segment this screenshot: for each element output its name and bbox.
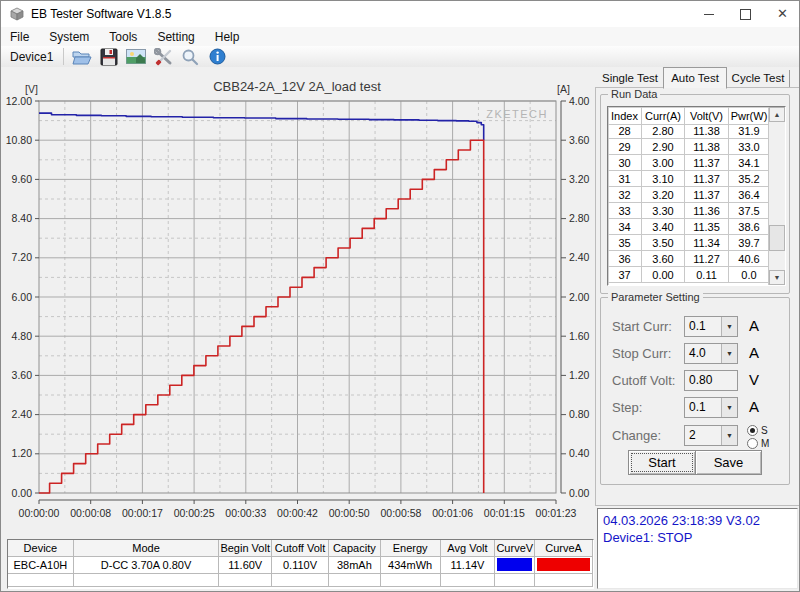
run-data-table[interactable]: IndexCurr(A)Volt(V)Pwr(W) 282.8011.3831.… <box>607 106 786 286</box>
run-data-cell: 0.00 <box>642 267 685 283</box>
run-data-row[interactable]: 343.4011.3538.6 <box>608 219 785 235</box>
tools-icon[interactable] <box>151 47 175 67</box>
menu-help[interactable]: Help <box>205 30 250 44</box>
menu-file[interactable]: File <box>1 30 39 44</box>
summary-cell: 0.110V <box>272 557 329 574</box>
start-button[interactable]: Start <box>628 450 696 475</box>
stop-curr-label: Stop Curr: <box>612 346 671 361</box>
radio-seconds[interactable]: S <box>747 425 768 436</box>
summary-row: DeviceModeBegin VoltCutoff VoltCapacityE… <box>8 540 593 557</box>
stop-curr-combo[interactable]: 4.0 ▼ <box>684 343 738 364</box>
tab-auto-test[interactable]: Auto Test <box>663 67 727 89</box>
menu-setting[interactable]: Setting <box>147 30 204 44</box>
summary-cell <box>272 574 329 587</box>
cutoff-volt-input[interactable]: 0.80 <box>684 370 738 391</box>
svg-text:1.20: 1.20 <box>569 369 590 381</box>
run-data-group: Run Data IndexCurr(A)Volt(V)Pwr(W) 282.8… <box>600 94 790 294</box>
svg-text:0.40: 0.40 <box>569 447 590 459</box>
run-data-cell: 0.11 <box>685 267 729 283</box>
status-datetime: 04.03.2026 23:18:39 V3.02 <box>603 512 797 529</box>
summary-cell: Device <box>8 540 74 557</box>
svg-text:00:01:23: 00:01:23 <box>536 507 577 519</box>
save-icon[interactable] <box>97 47 121 67</box>
run-data-row[interactable]: 363.6011.2740.6 <box>608 251 785 267</box>
toolbar: Device1 <box>1 46 800 68</box>
run-data-cell: 35.2 <box>729 171 769 187</box>
run-data-cell: 31 <box>608 171 642 187</box>
run-data-cell: 2.80 <box>642 123 685 139</box>
run-data-row[interactable]: 292.9011.3833.0 <box>608 139 785 155</box>
chevron-down-icon[interactable]: ▼ <box>721 426 737 445</box>
run-data-cell: 30 <box>608 155 642 171</box>
step-value: 0.1 <box>685 398 721 417</box>
menu-system[interactable]: System <box>39 30 99 44</box>
svg-text:2.00: 2.00 <box>569 291 590 303</box>
open-file-icon[interactable] <box>70 47 94 67</box>
run-data-cell: 11.35 <box>685 219 729 235</box>
summary-cell <box>8 574 74 587</box>
save-button[interactable]: Save <box>695 450 762 475</box>
title-bar: EB Tester Software V1.8.5 ✕ <box>1 1 800 27</box>
summary-cell <box>381 574 441 587</box>
summary-cell: Mode <box>74 540 220 557</box>
start-curr-combo[interactable]: 0.1 ▼ <box>684 316 738 337</box>
svg-text:0.00: 0.00 <box>12 487 33 499</box>
maximize-button[interactable] <box>727 1 764 27</box>
run-data-row[interactable]: 282.8011.3831.9 <box>608 123 785 139</box>
summary-cell: Begin Volt <box>219 540 272 557</box>
run-data-cell: 11.36 <box>685 203 729 219</box>
stop-curr-unit: A <box>749 344 759 361</box>
svg-text:0.80: 0.80 <box>569 408 590 420</box>
run-data-cell: 3.40 <box>642 219 685 235</box>
tab-cycle-test[interactable]: Cycle Test <box>727 70 790 87</box>
change-combo[interactable]: 2 ▼ <box>684 425 738 446</box>
summary-cell: 434mWh <box>381 557 441 574</box>
svg-text:4.80: 4.80 <box>12 330 33 342</box>
svg-text:3.60: 3.60 <box>12 369 33 381</box>
run-data-cell: 29 <box>608 139 642 155</box>
step-combo[interactable]: 0.1 ▼ <box>684 397 738 418</box>
svg-text:3.60: 3.60 <box>569 134 590 146</box>
svg-text:2.40: 2.40 <box>569 251 590 263</box>
summary-cell: 11.60V <box>219 557 272 574</box>
svg-text:00:01:06: 00:01:06 <box>432 507 473 519</box>
device-selector[interactable]: Device1 <box>1 50 63 64</box>
run-data-scrollbar[interactable]: ▲ ▼ <box>768 107 785 285</box>
menu-bar: File System Tools Setting Help <box>1 27 800 46</box>
zoom-icon[interactable] <box>178 47 202 67</box>
change-label: Change: <box>612 428 661 443</box>
close-button[interactable]: ✕ <box>764 1 800 27</box>
summary-row <box>8 574 593 588</box>
chevron-down-icon[interactable]: ▼ <box>721 317 737 336</box>
export-image-icon[interactable] <box>124 47 148 67</box>
minimize-button[interactable] <box>690 1 727 27</box>
svg-text:00:00:25: 00:00:25 <box>174 507 215 519</box>
run-data-row[interactable]: 323.2011.3736.4 <box>608 187 785 203</box>
run-data-row[interactable]: 333.3011.3637.5 <box>608 203 785 219</box>
chevron-down-icon[interactable]: ▼ <box>721 344 737 363</box>
menu-tools[interactable]: Tools <box>99 30 147 44</box>
run-data-cell: 34.1 <box>729 155 769 171</box>
svg-text:1.20: 1.20 <box>12 447 33 459</box>
radio-minutes[interactable]: M <box>747 438 769 449</box>
chevron-down-icon[interactable]: ▼ <box>721 398 737 417</box>
scroll-down-icon[interactable]: ▼ <box>769 270 785 285</box>
run-data-cell: 37 <box>608 267 642 283</box>
scroll-up-icon[interactable]: ▲ <box>769 107 785 122</box>
info-icon[interactable] <box>205 47 229 67</box>
svg-text:10.80: 10.80 <box>6 134 32 146</box>
run-data-cell: 31.9 <box>729 123 769 139</box>
run-data-row[interactable]: 353.5011.3439.7 <box>608 235 785 251</box>
tab-single-test[interactable]: Single Test <box>599 70 661 87</box>
change-value: 2 <box>685 426 721 445</box>
run-data-row[interactable]: 303.0011.3734.1 <box>608 155 785 171</box>
run-data-cell: 3.50 <box>642 235 685 251</box>
svg-text:00:00:33: 00:00:33 <box>225 507 266 519</box>
summary-cell: D-CC 3.70A 0.80V <box>74 557 220 574</box>
run-data-row[interactable]: 313.1011.3735.2 <box>608 171 785 187</box>
scrollbar-thumb[interactable] <box>769 225 785 251</box>
svg-text:3.20: 3.20 <box>569 173 590 185</box>
stop-curr-value: 4.0 <box>685 344 721 363</box>
summary-cell <box>535 557 593 574</box>
run-data-row[interactable]: 370.000.110.0 <box>608 267 785 283</box>
